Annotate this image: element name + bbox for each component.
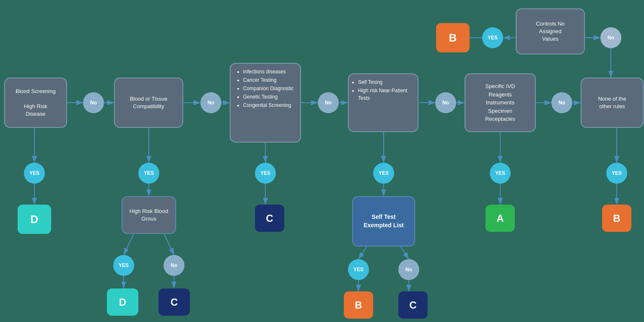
yes-circle-none-other: YES: [606, 163, 627, 184]
high-risk-blood-node: High Risk BloodGrous: [122, 196, 176, 234]
no-circle-self-test-exempt: No: [398, 259, 419, 280]
c-terminal-high-risk: C: [158, 288, 190, 316]
self-testing-node: Self Tesing High risk Near-Patient Tests: [348, 73, 418, 132]
b-terminal-none-other: B: [602, 205, 631, 232]
no-circle-controls-right: No: [600, 27, 621, 48]
yes-circle-high-risk: YES: [113, 255, 134, 276]
no-circle-2: No: [200, 92, 221, 113]
a-terminal-specific-ivd: A: [486, 205, 515, 232]
none-other-node: None of theother rules: [581, 78, 644, 128]
c-terminal-infections: C: [255, 205, 284, 232]
specific-ivd-node: Specific IVDReagentsInstrumentsSpecimenR…: [465, 73, 536, 132]
no-circle-3: No: [318, 92, 339, 113]
svg-line-16: [164, 233, 174, 255]
controls-no-node: Controls NoAssignedValues: [516, 8, 585, 55]
yes-circle-controls: YES: [482, 27, 503, 48]
infections-list: Infections diseases Cancer Testing Compa…: [237, 68, 294, 110]
blood-tissue-node: Blood or TissueCompatibility: [114, 78, 183, 128]
yes-circle-specific-ivd: YES: [490, 163, 511, 184]
yes-circle-self-testing: YES: [373, 163, 394, 184]
b-terminal-top: B: [436, 23, 470, 52]
d-terminal-high-risk: D: [107, 288, 138, 316]
blood-screening-node: Blood Screening High Risk Disease: [4, 78, 67, 128]
c-terminal-self-test-no: C: [398, 291, 428, 319]
yes-circle-infections: YES: [255, 163, 276, 184]
infections-node: Infections diseases Cancer Testing Compa…: [230, 63, 301, 143]
d-terminal-blood-screening: D: [18, 205, 51, 234]
b-terminal-self-test-yes: B: [344, 291, 373, 319]
svg-line-15: [124, 233, 134, 255]
no-circle-1: No: [83, 92, 104, 113]
yes-circle-blood-screening: YES: [24, 163, 45, 184]
no-circle-4: No: [435, 92, 456, 113]
self-test-exempted-node: Self TestExempted List: [352, 196, 415, 247]
no-circle-high-risk: No: [164, 255, 184, 276]
yes-circle-self-test-exempt: YES: [348, 259, 369, 280]
self-testing-list: Self Tesing High risk Near-Patient Tests: [352, 78, 414, 103]
yes-circle-blood-tissue: YES: [138, 163, 159, 184]
no-circle-5: No: [551, 92, 572, 113]
